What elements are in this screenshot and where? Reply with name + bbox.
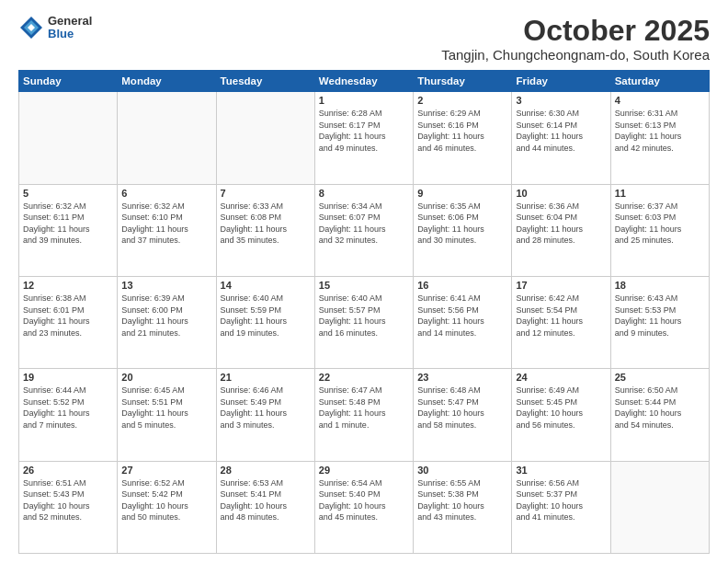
day-number: 18 xyxy=(615,280,705,291)
day-number: 4 xyxy=(615,95,705,106)
day-info: Sunrise: 6:41 AM Sunset: 5:56 PM Dayligh… xyxy=(417,293,507,339)
day-number: 15 xyxy=(319,280,409,291)
day-number: 14 xyxy=(221,280,311,291)
day-info: Sunrise: 6:53 AM Sunset: 5:41 PM Dayligh… xyxy=(221,477,311,523)
table-row: 16Sunrise: 6:41 AM Sunset: 5:56 PM Dayli… xyxy=(414,276,512,368)
day-info: Sunrise: 6:50 AM Sunset: 5:44 PM Dayligh… xyxy=(615,385,705,431)
day-number: 21 xyxy=(221,372,311,383)
day-number: 29 xyxy=(319,465,409,476)
day-info: Sunrise: 6:31 AM Sunset: 6:13 PM Dayligh… xyxy=(615,108,705,154)
day-number: 6 xyxy=(121,188,211,199)
table-row: 26Sunrise: 6:51 AM Sunset: 5:43 PM Dayli… xyxy=(19,461,118,553)
col-saturday: Saturday xyxy=(610,71,709,92)
header-row: Sunday Monday Tuesday Wednesday Thursday… xyxy=(19,71,710,92)
table-row: 23Sunrise: 6:48 AM Sunset: 5:47 PM Dayli… xyxy=(414,369,512,461)
logo-general: General xyxy=(48,15,92,28)
table-row: 18Sunrise: 6:43 AM Sunset: 5:53 PM Dayli… xyxy=(610,276,709,368)
day-number: 16 xyxy=(417,280,507,291)
day-info: Sunrise: 6:34 AM Sunset: 6:07 PM Dayligh… xyxy=(319,201,409,247)
day-info: Sunrise: 6:42 AM Sunset: 5:54 PM Dayligh… xyxy=(516,293,606,339)
calendar-body: 1Sunrise: 6:28 AM Sunset: 6:17 PM Daylig… xyxy=(19,92,710,554)
logo-icon xyxy=(18,15,44,40)
day-info: Sunrise: 6:29 AM Sunset: 6:16 PM Dayligh… xyxy=(417,108,507,154)
col-wednesday: Wednesday xyxy=(314,71,413,92)
day-info: Sunrise: 6:40 AM Sunset: 5:57 PM Dayligh… xyxy=(319,293,409,339)
day-number: 3 xyxy=(516,95,606,106)
day-info: Sunrise: 6:48 AM Sunset: 5:47 PM Dayligh… xyxy=(417,385,507,431)
table-row: 2Sunrise: 6:29 AM Sunset: 6:16 PM Daylig… xyxy=(414,92,512,184)
table-row: 30Sunrise: 6:55 AM Sunset: 5:38 PM Dayli… xyxy=(414,461,512,553)
page: General Blue October 2025 Tangjin, Chung… xyxy=(0,0,728,563)
day-number: 12 xyxy=(23,280,113,291)
col-tuesday: Tuesday xyxy=(216,71,314,92)
table-row: 22Sunrise: 6:47 AM Sunset: 5:48 PM Dayli… xyxy=(314,369,413,461)
day-info: Sunrise: 6:52 AM Sunset: 5:42 PM Dayligh… xyxy=(121,477,211,523)
day-number: 24 xyxy=(516,372,606,383)
col-thursday: Thursday xyxy=(414,71,512,92)
day-number: 9 xyxy=(417,188,507,199)
sub-title: Tangjin, Chungcheongnam-do, South Korea xyxy=(441,47,710,63)
table-row: 9Sunrise: 6:35 AM Sunset: 6:06 PM Daylig… xyxy=(414,184,512,276)
day-number: 11 xyxy=(615,188,705,199)
table-row: 31Sunrise: 6:56 AM Sunset: 5:37 PM Dayli… xyxy=(512,461,610,553)
day-info: Sunrise: 6:40 AM Sunset: 5:59 PM Dayligh… xyxy=(221,293,311,339)
day-number: 13 xyxy=(121,280,211,291)
day-number: 7 xyxy=(221,188,311,199)
day-info: Sunrise: 6:30 AM Sunset: 6:14 PM Dayligh… xyxy=(516,108,606,154)
day-info: Sunrise: 6:44 AM Sunset: 5:52 PM Dayligh… xyxy=(23,385,113,431)
table-row: 10Sunrise: 6:36 AM Sunset: 6:04 PM Dayli… xyxy=(512,184,610,276)
day-number: 10 xyxy=(516,188,606,199)
day-info: Sunrise: 6:43 AM Sunset: 5:53 PM Dayligh… xyxy=(615,293,705,339)
day-number: 25 xyxy=(615,372,705,383)
day-number: 8 xyxy=(319,188,409,199)
table-row: 27Sunrise: 6:52 AM Sunset: 5:42 PM Dayli… xyxy=(118,461,216,553)
day-number: 17 xyxy=(516,280,606,291)
table-row: 21Sunrise: 6:46 AM Sunset: 5:49 PM Dayli… xyxy=(216,369,314,461)
table-row xyxy=(610,461,709,553)
calendar-header: Sunday Monday Tuesday Wednesday Thursday… xyxy=(19,71,710,92)
calendar-week-3: 12Sunrise: 6:38 AM Sunset: 6:01 PM Dayli… xyxy=(19,276,710,368)
day-number: 19 xyxy=(23,372,113,383)
table-row: 25Sunrise: 6:50 AM Sunset: 5:44 PM Dayli… xyxy=(610,369,709,461)
calendar-week-1: 1Sunrise: 6:28 AM Sunset: 6:17 PM Daylig… xyxy=(19,92,710,184)
calendar-week-4: 19Sunrise: 6:44 AM Sunset: 5:52 PM Dayli… xyxy=(19,369,710,461)
day-number: 30 xyxy=(417,465,507,476)
day-info: Sunrise: 6:39 AM Sunset: 6:00 PM Dayligh… xyxy=(121,293,211,339)
table-row: 13Sunrise: 6:39 AM Sunset: 6:00 PM Dayli… xyxy=(118,276,216,368)
day-info: Sunrise: 6:38 AM Sunset: 6:01 PM Dayligh… xyxy=(23,293,113,339)
table-row: 12Sunrise: 6:38 AM Sunset: 6:01 PM Dayli… xyxy=(19,276,118,368)
day-info: Sunrise: 6:37 AM Sunset: 6:03 PM Dayligh… xyxy=(615,201,705,247)
table-row: 15Sunrise: 6:40 AM Sunset: 5:57 PM Dayli… xyxy=(314,276,413,368)
day-info: Sunrise: 6:46 AM Sunset: 5:49 PM Dayligh… xyxy=(221,385,311,431)
table-row xyxy=(118,92,216,184)
table-row: 28Sunrise: 6:53 AM Sunset: 5:41 PM Dayli… xyxy=(216,461,314,553)
day-info: Sunrise: 6:54 AM Sunset: 5:40 PM Dayligh… xyxy=(319,477,409,523)
logo: General Blue xyxy=(18,15,92,41)
day-number: 5 xyxy=(23,188,113,199)
table-row: 17Sunrise: 6:42 AM Sunset: 5:54 PM Dayli… xyxy=(512,276,610,368)
col-monday: Monday xyxy=(118,71,216,92)
table-row: 7Sunrise: 6:33 AM Sunset: 6:08 PM Daylig… xyxy=(216,184,314,276)
day-number: 2 xyxy=(417,95,507,106)
day-info: Sunrise: 6:28 AM Sunset: 6:17 PM Dayligh… xyxy=(319,108,409,154)
day-info: Sunrise: 6:47 AM Sunset: 5:48 PM Dayligh… xyxy=(319,385,409,431)
day-number: 1 xyxy=(319,95,409,106)
table-row xyxy=(19,92,118,184)
table-row: 6Sunrise: 6:32 AM Sunset: 6:10 PM Daylig… xyxy=(118,184,216,276)
col-friday: Friday xyxy=(512,71,610,92)
table-row: 5Sunrise: 6:32 AM Sunset: 6:11 PM Daylig… xyxy=(19,184,118,276)
title-block: October 2025 Tangjin, Chungcheongnam-do,… xyxy=(441,15,710,63)
calendar-week-5: 26Sunrise: 6:51 AM Sunset: 5:43 PM Dayli… xyxy=(19,461,710,553)
day-number: 27 xyxy=(121,465,211,476)
table-row: 8Sunrise: 6:34 AM Sunset: 6:07 PM Daylig… xyxy=(314,184,413,276)
day-number: 23 xyxy=(417,372,507,383)
table-row: 3Sunrise: 6:30 AM Sunset: 6:14 PM Daylig… xyxy=(512,92,610,184)
day-info: Sunrise: 6:51 AM Sunset: 5:43 PM Dayligh… xyxy=(23,477,113,523)
day-number: 22 xyxy=(319,372,409,383)
day-info: Sunrise: 6:32 AM Sunset: 6:10 PM Dayligh… xyxy=(121,201,211,247)
main-title: October 2025 xyxy=(441,15,710,47)
table-row: 19Sunrise: 6:44 AM Sunset: 5:52 PM Dayli… xyxy=(19,369,118,461)
day-info: Sunrise: 6:33 AM Sunset: 6:08 PM Dayligh… xyxy=(221,201,311,247)
day-number: 28 xyxy=(221,465,311,476)
logo-blue: Blue xyxy=(48,28,92,40)
